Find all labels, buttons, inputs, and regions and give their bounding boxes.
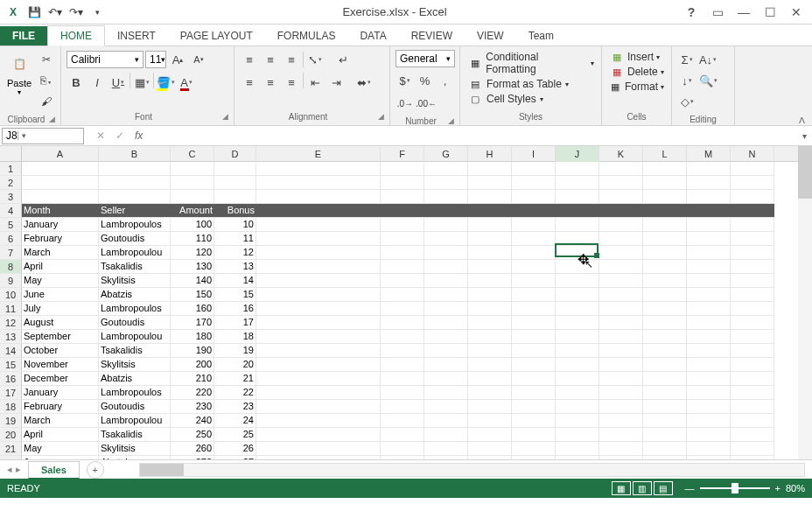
cell[interactable] [599, 204, 643, 218]
cell[interactable] [171, 190, 214, 204]
ribbon-display-icon[interactable]: ▭ [709, 4, 726, 21]
cell[interactable] [512, 414, 556, 428]
cell[interactable] [424, 442, 468, 456]
cell[interactable] [381, 414, 424, 428]
cell[interactable] [643, 358, 687, 372]
cell[interactable] [256, 386, 381, 400]
cell[interactable] [687, 218, 731, 232]
cell[interactable] [256, 316, 381, 330]
cell[interactable] [687, 428, 731, 442]
row-header[interactable]: 15 [0, 358, 22, 372]
cell[interactable]: Lambropoulou [99, 414, 171, 428]
cell[interactable] [731, 274, 774, 288]
cell[interactable] [556, 302, 599, 316]
font-name-combo[interactable]: Calibri▾ [66, 51, 144, 68]
cell[interactable] [214, 190, 256, 204]
cell[interactable] [687, 260, 731, 274]
cell[interactable]: Lambropoulou [99, 330, 171, 344]
comma-icon[interactable]: , [436, 71, 454, 90]
cell[interactable] [599, 414, 643, 428]
cell[interactable]: May [22, 274, 99, 288]
cell[interactable] [643, 288, 687, 302]
cell[interactable]: Abatzis [99, 288, 171, 302]
cell[interactable] [556, 316, 599, 330]
cell[interactable] [424, 162, 468, 176]
cell[interactable] [512, 330, 556, 344]
cell[interactable] [424, 176, 468, 190]
cell[interactable] [556, 456, 599, 459]
cell[interactable]: Skylitsis [99, 442, 171, 456]
row-header[interactable]: 10 [0, 288, 22, 302]
column-header[interactable]: M [687, 146, 731, 162]
find-select-icon[interactable]: 🔍 [698, 71, 718, 90]
cell[interactable] [256, 302, 381, 316]
cell[interactable] [687, 176, 731, 190]
cell[interactable]: 15 [214, 288, 256, 302]
borders-icon[interactable]: ▦ [132, 73, 151, 92]
cell[interactable]: 23 [214, 400, 256, 414]
font-size-combo[interactable]: 11▾ [145, 51, 166, 68]
row-header[interactable]: 8 [0, 260, 22, 274]
column-header[interactable]: L [643, 146, 687, 162]
cell[interactable] [468, 344, 512, 358]
cell[interactable]: 110 [171, 232, 214, 246]
cell[interactable]: 11 [214, 232, 256, 246]
cancel-formula-icon[interactable]: ✕ [96, 130, 105, 142]
cell[interactable] [556, 288, 599, 302]
cell[interactable] [599, 176, 643, 190]
cell[interactable] [468, 162, 512, 176]
tab-data[interactable]: DATA [347, 26, 398, 46]
cell[interactable] [381, 204, 424, 218]
formula-bar[interactable] [153, 128, 797, 144]
decrease-decimal-icon[interactable]: .00← [416, 94, 436, 113]
cell[interactable] [643, 204, 687, 218]
cell[interactable] [468, 372, 512, 386]
column-header[interactable]: F [381, 146, 424, 162]
cell[interactable] [556, 414, 599, 428]
cell[interactable] [256, 260, 381, 274]
cell[interactable]: 260 [171, 442, 214, 456]
column-header[interactable]: K [599, 146, 643, 162]
cell[interactable]: November [22, 358, 99, 372]
cell[interactable] [22, 162, 99, 176]
cell[interactable] [256, 176, 381, 190]
cell[interactable]: 140 [171, 274, 214, 288]
cell[interactable] [468, 428, 512, 442]
cell[interactable] [643, 190, 687, 204]
cell[interactable] [643, 414, 687, 428]
cell[interactable] [687, 400, 731, 414]
cell[interactable]: 150 [171, 288, 214, 302]
cell[interactable] [214, 176, 256, 190]
cell[interactable] [512, 302, 556, 316]
cell[interactable] [687, 414, 731, 428]
row-header[interactable]: 14 [0, 344, 22, 358]
cell[interactable] [643, 316, 687, 330]
cell[interactable] [512, 218, 556, 232]
cell[interactable] [424, 218, 468, 232]
tab-view[interactable]: VIEW [465, 26, 516, 46]
cell[interactable] [256, 246, 381, 260]
cell[interactable] [468, 204, 512, 218]
cell[interactable] [731, 260, 774, 274]
cell[interactable] [512, 190, 556, 204]
cell[interactable] [556, 190, 599, 204]
cell[interactable] [599, 400, 643, 414]
cell[interactable] [468, 260, 512, 274]
cell[interactable] [424, 400, 468, 414]
cell[interactable] [424, 288, 468, 302]
zoom-level[interactable]: 80% [786, 483, 805, 494]
cell[interactable] [599, 442, 643, 456]
cell[interactable] [556, 176, 599, 190]
cell[interactable] [424, 428, 468, 442]
collapse-ribbon-icon[interactable]: ᐱ [792, 116, 812, 125]
cell[interactable] [381, 274, 424, 288]
cell[interactable] [424, 274, 468, 288]
cell[interactable] [171, 176, 214, 190]
close-icon[interactable]: ✕ [788, 4, 805, 21]
cell[interactable] [381, 386, 424, 400]
cell[interactable]: Seller [99, 204, 171, 218]
horizontal-scrollbar[interactable] [139, 463, 805, 477]
align-right-icon[interactable]: ≡ [282, 73, 301, 92]
cell[interactable]: 22 [214, 386, 256, 400]
cell[interactable] [424, 246, 468, 260]
